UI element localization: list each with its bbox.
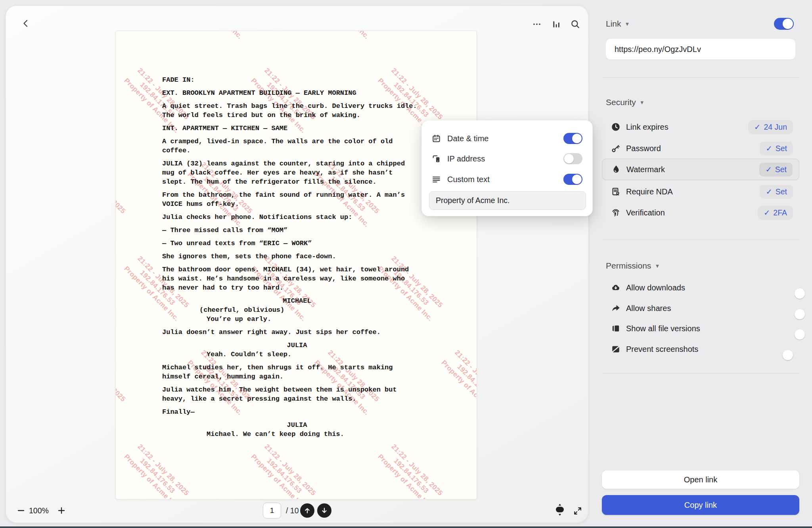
permission-row-label: Allow downloads <box>626 283 685 292</box>
check-icon: ✓ <box>754 123 760 132</box>
permission-row-prevent-screenshots[interactable]: Prevent screenshots <box>602 339 799 359</box>
security-section-header[interactable]: Security ▼ <box>606 97 645 108</box>
search-icon <box>570 19 580 29</box>
document-viewer-card: 21:22 - July 28, 2025192.84.176.53Proper… <box>6 6 588 523</box>
security-row-label: Password <box>626 144 661 153</box>
popup-row-custom-text[interactable]: Custom text <box>422 170 593 189</box>
script-line: From the bathroom, the faint sound of ru… <box>162 190 432 200</box>
security-row-label: Verification <box>626 208 665 217</box>
script-line <box>162 359 432 363</box>
badge-value: Set <box>775 165 787 174</box>
check-icon: ✓ <box>764 208 770 217</box>
permissions-section-header[interactable]: Permissions ▼ <box>606 260 660 271</box>
script-line: Julia checks her phone. Notifications st… <box>162 213 432 222</box>
plus-icon <box>57 506 66 515</box>
script-line: Julia doesn’t answer right away. Just si… <box>162 328 432 337</box>
toggle-switch[interactable] <box>563 174 582 185</box>
zoom-in-button[interactable] <box>56 505 67 516</box>
security-section-title: Security <box>606 98 636 107</box>
back-button[interactable] <box>19 17 32 30</box>
expand-icon <box>573 506 583 516</box>
popup-row-date-time[interactable]: Date & time <box>422 129 593 148</box>
script-line <box>162 324 432 328</box>
security-row-require-nda[interactable]: Require NDA ✓Set <box>602 181 799 202</box>
ellipsis-icon <box>532 19 542 29</box>
watermark-text: 21:22 - July 28, 2025192.84.176.53Proper… <box>243 435 325 499</box>
script-line <box>162 248 432 252</box>
script-line: Julia watches him. The weight between th… <box>162 385 432 394</box>
popup-row-label: Date & time <box>447 134 488 143</box>
script-line <box>162 292 432 296</box>
script-line: — Three missed calls from “MOM” <box>162 226 432 235</box>
watermark-text: 21:22 - July 28, 2025192.84.176.53Proper… <box>370 435 452 499</box>
script-line: Finally— <box>162 407 432 417</box>
open-link-button[interactable]: Open link <box>602 470 799 489</box>
permissions-section-title: Permissions <box>606 261 651 271</box>
nda-icon <box>610 186 621 197</box>
popup-row-ip-address[interactable]: IP address <box>422 149 593 168</box>
link-url-input[interactable] <box>606 39 795 60</box>
toggle-switch[interactable] <box>563 153 582 164</box>
script-line <box>162 186 432 190</box>
security-badge-require-nda[interactable]: ✓Set <box>760 185 793 199</box>
section-divider <box>602 240 799 240</box>
security-row-label: Link expires <box>626 123 668 132</box>
script-line: A quiet street. Trash bags line the curb… <box>162 102 432 111</box>
permission-row-allow-downloads[interactable]: Allow downloads <box>602 277 799 298</box>
calendar-icon <box>431 134 441 144</box>
script-line: JULIA (32) leans against the counter, st… <box>162 159 432 168</box>
script-line: (cheerful, oblivious) <box>199 305 469 315</box>
custom-text-input[interactable] <box>429 191 586 210</box>
permission-row-label: Show all file versions <box>626 324 700 333</box>
security-badge-link-expires[interactable]: ✓24 Jun <box>748 120 793 134</box>
popup-row-label: Custom text <box>447 175 490 184</box>
script-line: INT. APARTMENT — KITCHEN — SAME <box>162 124 432 133</box>
more-options-button[interactable] <box>530 18 543 31</box>
toggle-knob <box>795 329 805 340</box>
chevron-down-icon: ▼ <box>625 21 630 27</box>
link-enabled-toggle[interactable] <box>774 18 794 30</box>
key-icon <box>610 143 621 154</box>
security-badge-watermark[interactable]: ✓Set <box>759 163 793 177</box>
zoom-out-button[interactable] <box>15 505 27 516</box>
script-line: A cramped, lived-in space. The walls are… <box>162 137 432 146</box>
link-section-header[interactable]: Link ▼ <box>606 18 630 29</box>
scroll-mode-button[interactable] <box>554 503 566 517</box>
previous-page-button[interactable] <box>300 503 314 518</box>
copy-link-button[interactable]: Copy link <box>602 495 799 515</box>
permission-row-allow-shares[interactable]: Allow shares <box>602 298 799 319</box>
next-page-button[interactable] <box>317 503 331 518</box>
window-bottom-edge <box>0 526 812 528</box>
script-line: mug of black coffee. Her eyes are heavy,… <box>162 168 432 177</box>
security-row-watermark[interactable]: Watermark ✓Set <box>602 159 799 180</box>
toggle-knob <box>783 350 793 360</box>
permission-row-label: Prevent screenshots <box>626 345 698 354</box>
script-line: coffee. <box>162 146 432 155</box>
search-button[interactable] <box>569 18 582 31</box>
no-screenshot-icon <box>610 344 621 355</box>
security-badge-password[interactable]: ✓Set <box>760 142 793 156</box>
security-badge-verification[interactable]: ✓2FA <box>758 206 793 220</box>
section-divider <box>602 77 799 78</box>
script-line: Yeah. Couldn’t sleep. <box>207 350 476 359</box>
page-number-input[interactable] <box>263 503 281 518</box>
security-row-link-expires[interactable]: Link expires ✓24 Jun <box>602 116 799 138</box>
permission-row-show-all-file-versions[interactable]: Show all file versions <box>602 318 799 339</box>
versions-icon <box>610 323 621 334</box>
script-line: slept. The hum of the refrigerator fills… <box>162 177 432 186</box>
download-icon <box>610 282 621 293</box>
analytics-button[interactable] <box>550 18 563 31</box>
chevron-left-icon <box>21 19 31 28</box>
security-row-verification[interactable]: Verification ✓2FA <box>602 202 799 223</box>
script-line: his waist. He’s handsome in a careless w… <box>162 274 432 283</box>
security-row-password[interactable]: Password ✓Set <box>602 138 799 159</box>
toggle-switch[interactable] <box>563 133 582 144</box>
fullscreen-button[interactable] <box>571 505 584 517</box>
page-total-label: / 10 <box>286 505 299 516</box>
script-line: — Two unread texts from “ERIC — WORK” <box>162 239 432 248</box>
chevron-down-icon: ▼ <box>640 100 645 106</box>
check-icon: ✓ <box>765 165 772 174</box>
script-line: Michael. We can’t keep doing this. <box>207 430 476 439</box>
arrow-down-icon <box>320 507 328 515</box>
script-line: VOICE hums off-key. <box>162 200 432 209</box>
